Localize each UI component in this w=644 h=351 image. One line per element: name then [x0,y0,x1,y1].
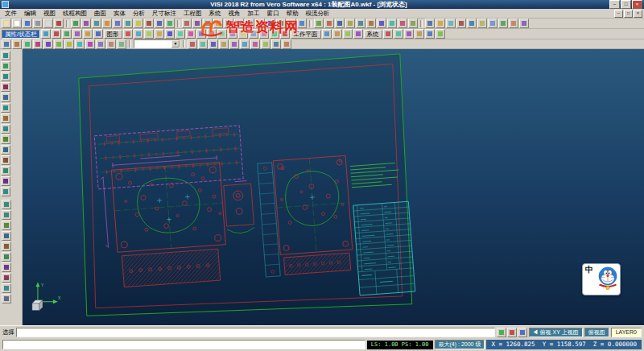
cad-viewport[interactable]: YX [23,49,644,325]
toolbar-icon[interactable] [144,29,154,39]
toolbar-icon[interactable] [2,39,11,49]
toolbar-icon[interactable] [366,19,376,28]
sidebar-tool-icon[interactable] [1,155,10,165]
toolbar-icon[interactable] [186,29,196,39]
tab-properties-status[interactable]: 属性/状态栏 [2,30,40,39]
sidebar-tool-icon[interactable] [2,262,11,272]
toolbar-icon[interactable] [23,19,32,28]
menu-item[interactable]: 加工 [245,9,263,18]
status-tool-icon[interactable] [518,328,527,337]
toolbar-icon[interactable] [259,29,269,39]
sidebar-tool-icon[interactable] [1,166,10,176]
mdi-close-button[interactable]: × [634,10,642,18]
toolbar-icon[interactable] [436,29,445,39]
toolbar-icon[interactable] [207,29,217,39]
toolbar-combo[interactable]: ▼ [134,39,180,48]
toolbar-icon[interactable] [228,29,237,39]
toolbar-icon[interactable] [144,19,154,28]
toolbar-icon[interactable] [324,19,334,28]
toolbar-icon[interactable] [276,19,286,28]
toolbar-icon[interactable] [23,39,32,49]
sidebar-tool-icon[interactable] [1,134,10,144]
menu-item[interactable]: 实体 [110,9,129,18]
toolbar-icon[interactable] [229,39,239,49]
sidebar-tool-icon[interactable] [1,72,10,81]
chevron-down-icon[interactable]: ▼ [171,40,180,47]
sidebar-tool-icon[interactable] [1,124,10,134]
toolbar-icon[interactable] [192,19,202,28]
cad-canvas[interactable]: YX 中 [23,49,644,325]
toolbar-icon[interactable] [261,39,270,49]
menu-item[interactable]: 尺寸标注 [149,9,180,18]
toolbar-icon[interactable] [219,39,229,49]
toolbar-icon[interactable] [41,29,51,39]
toolbar-icon[interactable] [196,29,206,39]
toolbar-icon[interactable] [165,19,175,28]
toolbar-icon[interactable] [134,29,143,39]
toolbar-icon[interactable] [113,19,122,28]
toolbar-icon[interactable] [72,29,82,39]
toolbar-icon[interactable] [353,29,363,39]
active-layer-chip[interactable]: LAYER0 [611,328,642,337]
sidebar-tool-icon[interactable] [1,176,10,186]
toolbar-icon[interactable] [43,19,53,28]
toolbar-icon[interactable] [477,19,487,28]
maximize-button[interactable]: □ [621,0,631,9]
toolbar-icon[interactable] [198,39,208,49]
menu-item[interactable]: 曲面 [91,9,109,18]
toolbar-icon[interactable] [322,29,332,39]
toolbar-icon[interactable] [297,19,307,28]
toolbar-icon[interactable] [217,29,227,39]
sidebar-tool-icon[interactable] [2,252,11,262]
toolbar-icon[interactable] [83,29,93,39]
toolbar-icon[interactable] [332,29,342,39]
toolbar-icon[interactable] [75,39,85,49]
toolbar-icon[interactable] [134,19,143,28]
mdi-minimize-button[interactable]: – [614,10,623,18]
toolbar-icon[interactable] [165,29,175,39]
sidebar-tool-icon[interactable] [1,51,10,60]
toolbar-icon[interactable] [266,19,275,28]
toolbar-icon[interactable] [81,19,91,28]
toolbar-icon[interactable] [224,19,233,28]
toolbar-icon[interactable] [425,29,435,39]
toolbar-icon[interactable] [64,39,74,49]
toolbar-icon[interactable] [408,19,418,28]
close-button[interactable]: × [632,0,642,9]
snap-setting-button[interactable]: 最大(4) : 2000 级 [435,340,485,349]
toolbar-icon[interactable] [436,19,445,28]
toolbar-icon[interactable] [404,29,414,39]
toolbar-icon[interactable] [335,19,345,28]
toolbar-icon[interactable] [54,19,64,28]
toolbar-icon[interactable] [249,29,258,39]
toolbar-icon[interactable] [415,29,424,39]
toolbar-icon[interactable] [456,19,466,28]
sidebar-tool-icon[interactable] [2,294,11,304]
toolbar-icon[interactable] [238,29,248,39]
menu-item[interactable]: 模流分析 [303,9,333,18]
menu-item[interactable]: 线框构图 [60,9,90,18]
sidebar-tool-icon[interactable] [2,283,11,293]
sidebar-tool-icon[interactable] [1,61,10,71]
toolbar-icon[interactable] [85,39,95,49]
command-input[interactable] [16,328,495,337]
sidebar-tool-icon[interactable] [2,200,11,209]
toolbar-icon[interactable] [203,19,213,28]
toolbar-icon[interactable] [245,19,254,28]
toolbar-icon[interactable] [356,19,365,28]
sidebar-tool-icon[interactable] [1,93,10,102]
sidebar-tool-icon[interactable] [2,210,11,220]
toolbar-icon[interactable] [33,19,43,28]
toolbar-icon[interactable] [343,29,353,39]
toolbar-icon[interactable] [425,19,435,28]
toolbar-icon[interactable] [250,39,260,49]
toolbar-icon[interactable] [52,29,61,39]
toolbar-icon[interactable] [270,29,279,39]
toolbar-icon[interactable] [383,29,393,39]
toolbar-icon[interactable] [213,19,223,28]
menu-item[interactable]: 分析 [130,9,148,18]
menu-item[interactable]: 帮助 [283,9,302,18]
toolbar-icon[interactable] [387,19,397,28]
toolbar-icon[interactable] [498,19,508,28]
menu-item[interactable]: 文件 [2,9,20,18]
